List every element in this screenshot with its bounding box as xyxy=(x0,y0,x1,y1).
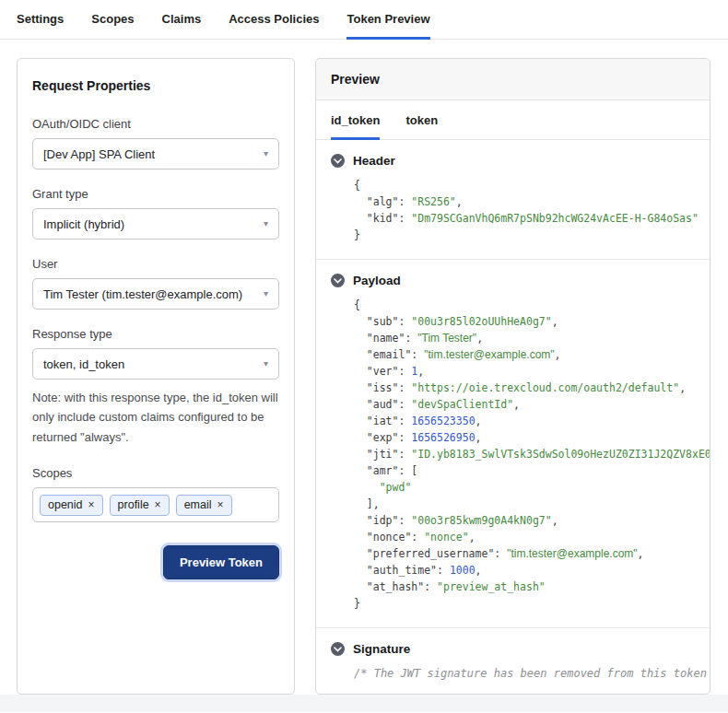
code-token: : xyxy=(424,580,437,593)
code-line: "exp": 1656526950, xyxy=(354,429,695,446)
code-token: "Dm79SCGanVhQ6mR7pSNb92hcWG24vAcEE-H-G84… xyxy=(411,212,699,225)
request-properties-panel: Request Properties OAuth/OIDC client [De… xyxy=(17,58,295,695)
grant-type-label: Grant type xyxy=(32,187,279,201)
code-token: { xyxy=(354,298,360,311)
code-token: "amr" xyxy=(354,464,398,477)
collapse-payload-icon[interactable] xyxy=(331,274,345,287)
page-tabs: SettingsScopesClaimsAccess PoliciesToken… xyxy=(0,0,728,40)
remove-scope-icon[interactable]: × xyxy=(88,499,95,510)
response-type-value: token, id_token xyxy=(43,357,124,371)
oauth-client-label: OAuth/OIDC client xyxy=(32,117,279,131)
code-token: "iat" xyxy=(354,415,398,427)
code-token: : xyxy=(398,315,411,328)
code-token: : xyxy=(398,398,411,411)
chevron-down-icon: ▾ xyxy=(264,149,268,158)
preview-token-button[interactable]: Preview Token xyxy=(163,545,279,579)
code-token: "at_hash" xyxy=(354,580,424,593)
code-token: , xyxy=(456,195,463,208)
code-token: "tim.tester@example.com" xyxy=(424,348,554,361)
scope-chip-openid[interactable]: openid× xyxy=(40,495,103,516)
code-token: , xyxy=(679,381,686,394)
code-token: "devSpaClientId" xyxy=(411,398,513,411)
code-token: , xyxy=(476,415,482,427)
signature-comment-code: /* The JWT signature has been removed fr… xyxy=(354,665,695,682)
tab-token[interactable]: token xyxy=(405,100,438,140)
response-type-select[interactable]: token, id_token ▾ xyxy=(32,348,279,380)
code-line: "aud": "devSpaClientId", xyxy=(354,396,695,413)
code-token: "name" xyxy=(354,332,405,345)
section-signature-title-row: Signature xyxy=(331,642,695,656)
field-user: User Tim Tester (tim.tester@example.com)… xyxy=(32,257,279,310)
tab-scopes[interactable]: Scopes xyxy=(91,12,134,40)
code-token: { xyxy=(354,179,360,192)
code-token: : xyxy=(398,415,411,427)
user-select[interactable]: Tim Tester (tim.tester@example.com) ▾ xyxy=(32,278,279,310)
grant-type-value: Implicit (hybrid) xyxy=(43,217,124,231)
code-line: "sub": "00u3r85l02oUUhHeA0g7", xyxy=(354,313,695,330)
code-token: : xyxy=(494,547,507,560)
section-payload: Payload { "sub": "00u3r85l02oUUhHeA0g7",… xyxy=(316,259,710,627)
section-payload-title: Payload xyxy=(353,274,401,287)
remove-scope-icon[interactable]: × xyxy=(155,499,161,510)
payload-json-code: { "sub": "00u3r85l02oUUhHeA0g7", "name":… xyxy=(354,297,695,612)
scopes-input[interactable]: openid×profile×email× xyxy=(32,487,279,522)
field-response-type: Response type token, id_token ▾ Note: wi… xyxy=(32,327,279,447)
chevron-down-icon: ▾ xyxy=(264,289,268,298)
user-label: User xyxy=(32,257,279,271)
section-header-title-row: Header xyxy=(331,154,695,168)
scope-chip-email[interactable]: email× xyxy=(176,495,232,516)
code-token: [ xyxy=(411,464,417,477)
remove-scope-icon[interactable]: × xyxy=(217,499,224,510)
code-line: { xyxy=(354,297,695,313)
scope-chip-profile[interactable]: profile× xyxy=(110,495,170,516)
code-line: ], xyxy=(354,496,695,512)
response-type-note: Note: with this response type, the id_to… xyxy=(32,388,279,447)
code-token: , xyxy=(555,348,561,361)
request-properties-title: Request Properties xyxy=(32,78,279,93)
code-token: , xyxy=(638,547,644,560)
grant-type-select[interactable]: Implicit (hybrid) ▾ xyxy=(32,208,279,240)
code-token: "RS256" xyxy=(411,195,455,208)
field-oauth-client: OAuth/OIDC client [Dev App] SPA Client ▾ xyxy=(32,117,279,169)
code-token: , xyxy=(552,315,558,328)
tab-claims[interactable]: Claims xyxy=(162,12,202,40)
code-line: "iat": 1656523350, xyxy=(354,413,695,429)
code-token: /* The JWT signature has been removed fr… xyxy=(354,667,710,680)
code-token: , xyxy=(476,431,482,444)
preview-panel-title: Preview xyxy=(316,59,710,100)
response-type-label: Response type xyxy=(32,327,279,341)
section-header-title: Header xyxy=(353,154,395,168)
code-line: } xyxy=(354,595,695,612)
tab-settings[interactable]: Settings xyxy=(17,12,64,40)
code-token: "alg" xyxy=(354,195,398,208)
code-token: "00u3r85l02oUUhHeA0g7" xyxy=(411,315,551,328)
code-token: "ID.yb8183_SwlVTsk3SdwSol09oHezUZ0ZI31J2… xyxy=(411,448,710,461)
preview-token-button-row: Preview Token xyxy=(32,545,279,579)
code-token: "nonce" xyxy=(424,531,468,544)
code-line: "nonce": "nonce", xyxy=(354,529,695,545)
scope-chip-label: openid xyxy=(48,498,83,511)
code-token: : xyxy=(398,212,411,225)
code-token: "kid" xyxy=(354,212,398,225)
collapse-header-icon[interactable] xyxy=(331,154,345,168)
code-token: "sub" xyxy=(354,315,398,328)
oauth-client-select[interactable]: [Dev App] SPA Client ▾ xyxy=(32,138,279,169)
code-token: "nonce" xyxy=(354,531,411,544)
code-token: "preferred_username" xyxy=(354,547,494,560)
code-token: : xyxy=(405,332,417,345)
code-line: "kid": "Dm79SCGanVhQ6mR7pSNb92hcWG24vAcE… xyxy=(354,210,695,227)
token-type-tabs: id_tokentoken xyxy=(316,100,710,140)
collapse-signature-icon[interactable] xyxy=(331,642,345,656)
tab-access-policies[interactable]: Access Policies xyxy=(229,12,319,40)
code-token: : xyxy=(398,464,411,477)
tab-id-token[interactable]: id_token xyxy=(331,100,380,140)
code-token: , xyxy=(513,398,520,411)
code-token: "tim.tester@example.com" xyxy=(507,547,637,560)
code-line: "jti": "ID.yb8183_SwlVTsk3SdwSol09oHezUZ… xyxy=(354,446,695,462)
code-token: "jti" xyxy=(354,448,398,461)
code-token: "pwd" xyxy=(354,481,411,494)
code-line: /* The JWT signature has been removed fr… xyxy=(354,665,695,682)
tab-token-preview[interactable]: Token Preview xyxy=(346,12,429,40)
code-token: , xyxy=(476,332,483,345)
scope-chip-label: email xyxy=(184,498,212,511)
